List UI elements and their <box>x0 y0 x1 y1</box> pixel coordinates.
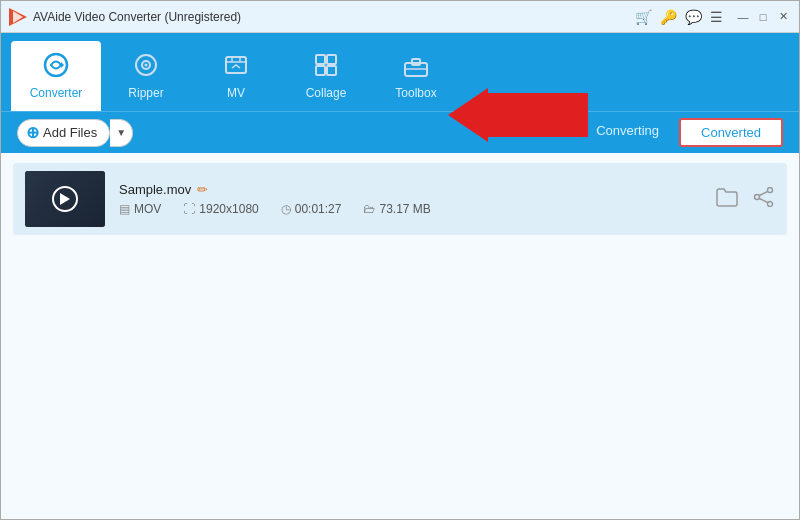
resolution-icon: ⛶ <box>183 202 195 216</box>
nav-item-collage[interactable]: Collage <box>281 41 371 111</box>
svg-marker-18 <box>60 193 70 205</box>
cart-icon[interactable]: 🛒 <box>635 9 652 25</box>
maximize-button[interactable]: □ <box>755 9 771 25</box>
nav-label-toolbox: Toolbox <box>395 86 436 100</box>
svg-rect-10 <box>316 55 325 64</box>
tab-converted[interactable]: Converted <box>679 118 783 147</box>
svg-point-20 <box>768 201 773 206</box>
menu-icon[interactable]: ☰ <box>710 9 723 25</box>
meta-size: 🗁 73.17 MB <box>363 202 430 216</box>
mv-icon <box>223 52 249 82</box>
clock-icon: ◷ <box>281 202 291 216</box>
minimize-button[interactable]: — <box>735 9 751 25</box>
svg-line-23 <box>760 198 768 202</box>
collage-icon <box>313 52 339 82</box>
edit-icon[interactable]: ✏ <box>197 182 208 197</box>
file-thumbnail[interactable] <box>25 171 105 227</box>
nav-item-converter[interactable]: Converter <box>11 41 101 111</box>
add-files-button[interactable]: ⊕ Add Files <box>17 119 110 147</box>
file-info: Sample.mov ✏ ▤ MOV ⛶ 1920x1080 ◷ 00:01:2… <box>119 182 703 216</box>
add-files-dropdown[interactable]: ▼ <box>110 119 133 147</box>
ripper-icon <box>133 52 159 82</box>
file-name: Sample.mov <box>119 182 191 197</box>
nav-label-mv: MV <box>227 86 245 100</box>
tab-converting[interactable]: Converting <box>576 118 679 147</box>
nav-label-converter: Converter <box>30 86 83 100</box>
share-icon[interactable] <box>753 187 775 212</box>
file-meta: ▤ MOV ⛶ 1920x1080 ◷ 00:01:27 🗁 73.17 MB <box>119 202 703 216</box>
title-bar: AVAide Video Converter (Unregistered) 🛒 … <box>1 1 799 33</box>
meta-resolution: ⛶ 1920x1080 <box>183 202 258 216</box>
nav-item-mv[interactable]: MV <box>191 41 281 111</box>
converter-icon <box>43 52 69 82</box>
svg-rect-13 <box>327 66 336 75</box>
file-resolution: 1920x1080 <box>199 202 258 216</box>
svg-point-6 <box>145 64 148 67</box>
file-name-row: Sample.mov ✏ <box>119 182 703 197</box>
file-actions <box>715 187 775 212</box>
svg-marker-3 <box>61 62 64 68</box>
toolbar: ⊕ Add Files ▼ Converting Converted <box>1 111 799 153</box>
nav-item-toolbox[interactable]: Toolbox <box>371 41 461 111</box>
file-row: Sample.mov ✏ ▤ MOV ⛶ 1920x1080 ◷ 00:01:2… <box>13 163 787 235</box>
format-icon: ▤ <box>119 202 130 216</box>
nav-label-ripper: Ripper <box>128 86 163 100</box>
meta-duration: ◷ 00:01:27 <box>281 202 342 216</box>
window-controls: — □ ✕ <box>735 9 791 25</box>
app-logo <box>9 8 27 26</box>
file-size: 73.17 MB <box>379 202 430 216</box>
chat-icon[interactable]: 💬 <box>685 9 702 25</box>
file-duration: 00:01:27 <box>295 202 342 216</box>
svg-rect-12 <box>316 66 325 75</box>
key-icon[interactable]: 🔑 <box>660 9 677 25</box>
nav-label-collage: Collage <box>306 86 347 100</box>
toolbar-tabs: Converting Converted <box>576 118 783 147</box>
nav-bar: Converter Ripper MV <box>1 33 799 111</box>
nav-item-ripper[interactable]: Ripper <box>101 41 191 111</box>
title-bar-icon-group: 🛒 🔑 💬 ☰ <box>635 9 723 25</box>
svg-point-19 <box>768 187 773 192</box>
open-folder-icon[interactable] <box>715 187 739 212</box>
folder-icon: 🗁 <box>363 202 375 216</box>
plus-icon: ⊕ <box>26 123 39 142</box>
main-content: Sample.mov ✏ ▤ MOV ⛶ 1920x1080 ◷ 00:01:2… <box>1 153 799 520</box>
add-files-label: Add Files <box>43 125 97 140</box>
svg-point-21 <box>755 194 760 199</box>
toolbox-icon <box>403 52 429 82</box>
svg-line-22 <box>760 191 768 195</box>
close-button[interactable]: ✕ <box>775 9 791 25</box>
meta-format: ▤ MOV <box>119 202 161 216</box>
play-button[interactable] <box>52 186 78 212</box>
file-format: MOV <box>134 202 161 216</box>
svg-rect-11 <box>327 55 336 64</box>
add-files-group: ⊕ Add Files ▼ <box>17 119 133 147</box>
window-title: AVAide Video Converter (Unregistered) <box>33 10 635 24</box>
